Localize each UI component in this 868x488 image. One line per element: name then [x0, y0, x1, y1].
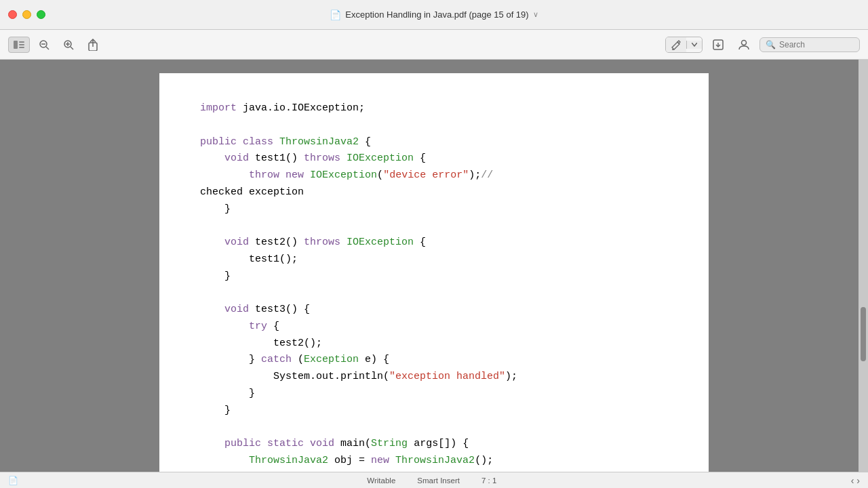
annotate-dropdown-button[interactable]: [686, 41, 702, 49]
status-center: Writable Smart Insert 7 : 1: [367, 476, 496, 485]
export-button[interactable]: [708, 35, 728, 54]
svg-rect-3: [19, 47, 24, 48]
pdf-icon: 📄: [330, 9, 341, 20]
share-icon: [87, 39, 98, 51]
title-bar: 📄 Exception Handling in Java.pdf (page 1…: [0, 0, 868, 30]
svg-line-5: [46, 47, 49, 49]
scrollbar-track[interactable]: [859, 60, 868, 472]
file-status-icon: 📄: [8, 476, 18, 485]
traffic-lights: [8, 10, 45, 19]
navigation-arrows: ‹ ›: [851, 475, 860, 486]
search-box[interactable]: 🔍: [760, 37, 860, 52]
annotate-group: [665, 37, 703, 53]
toolbar-left: [8, 35, 103, 54]
svg-line-8: [71, 47, 73, 49]
annotate-button[interactable]: [666, 37, 686, 52]
title-chevron[interactable]: ∨: [533, 10, 538, 19]
minimize-button[interactable]: [22, 10, 31, 19]
account-button[interactable]: [734, 35, 754, 54]
zoom-out-button[interactable]: [34, 35, 54, 54]
status-right: ‹ ›: [846, 475, 860, 486]
toolbar-right: 🔍: [665, 35, 860, 54]
scrollbar-thumb[interactable]: [861, 307, 866, 361]
zoom-in-icon: [63, 39, 74, 50]
sidebar-icon: [14, 41, 24, 49]
title-text: Exception Handling in Java.pdf (page 15 …: [345, 9, 528, 20]
search-icon: 🔍: [766, 40, 776, 49]
close-button[interactable]: [8, 10, 17, 19]
export-icon: [712, 39, 724, 51]
zoom-in-button[interactable]: [58, 35, 79, 54]
pencil-icon: [671, 39, 682, 50]
status-left: 📄: [8, 476, 18, 485]
toolbar: 🔍: [0, 30, 868, 60]
svg-rect-1: [19, 41, 24, 43]
maximize-button[interactable]: [37, 10, 45, 19]
sidebar-toggle-button[interactable]: [8, 37, 30, 53]
smart-insert-status: Smart Insert: [417, 476, 460, 485]
svg-rect-0: [14, 41, 18, 49]
code-content: import java.io.IOException; public class…: [200, 100, 668, 472]
search-input[interactable]: [779, 40, 854, 49]
prev-page-button[interactable]: ‹: [851, 475, 854, 486]
zoom-out-icon: [39, 39, 50, 50]
window-title: 📄 Exception Handling in Java.pdf (page 1…: [330, 9, 538, 20]
writable-status: Writable: [367, 476, 395, 485]
pdf-viewer[interactable]: import java.io.IOException; public class…: [0, 60, 868, 472]
svg-point-16: [742, 40, 747, 45]
chevron-down-icon: [692, 43, 697, 47]
main-area: import java.io.IOException; public class…: [0, 60, 868, 472]
next-page-button[interactable]: ›: [856, 475, 860, 486]
status-bar: 📄 Writable Smart Insert 7 : 1 ‹ ›: [0, 472, 868, 488]
share-button[interactable]: [83, 35, 103, 54]
cursor-position: 7 : 1: [481, 476, 496, 485]
svg-rect-2: [19, 44, 24, 45]
account-icon: [738, 39, 750, 51]
pdf-page: import java.io.IOException; public class…: [159, 73, 709, 472]
